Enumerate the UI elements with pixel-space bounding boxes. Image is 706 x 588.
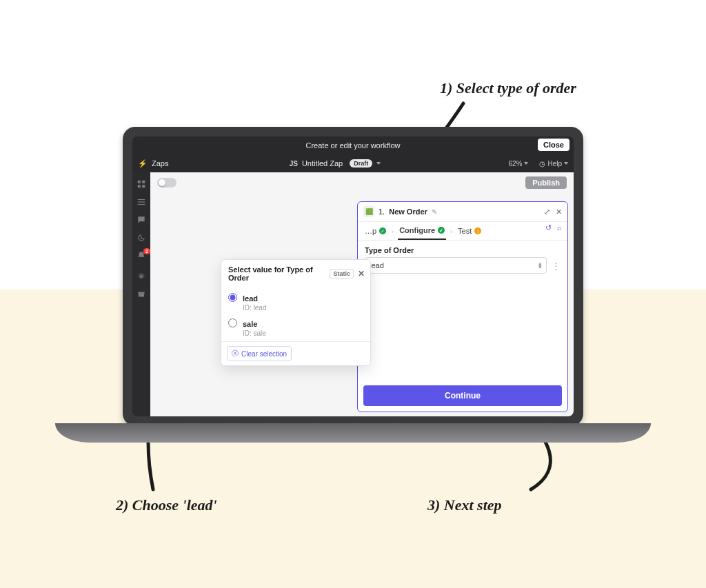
comment-icon[interactable] bbox=[137, 215, 146, 225]
option-lead-label: lead bbox=[243, 294, 258, 303]
annotation-2: 2) Choose 'lead' bbox=[116, 496, 217, 514]
type-of-order-select[interactable]: lead ▴▾ bbox=[365, 257, 547, 274]
svg-rect-5 bbox=[138, 201, 145, 202]
zap-enable-toggle[interactable] bbox=[157, 178, 176, 187]
annotation-3: 3) Next step bbox=[427, 496, 502, 514]
field-more-icon[interactable]: ⋮ bbox=[551, 261, 561, 270]
svg-rect-11 bbox=[139, 294, 144, 297]
option-sale[interactable]: sale ID: sale bbox=[228, 314, 363, 340]
editor-canvas[interactable]: Publish 🟩 1. New Order ✎ ⤢ ✕ bbox=[150, 172, 574, 416]
zoom-value: 62% bbox=[508, 160, 522, 168]
option-sale-label: sale bbox=[243, 320, 257, 328]
continue-button[interactable]: Continue bbox=[363, 385, 562, 406]
tab-setup[interactable]: …p ✓ bbox=[363, 224, 387, 239]
popover-body: lead ID: lead sale ID: sale bbox=[221, 286, 370, 341]
zap-name-chevron-icon[interactable] bbox=[376, 162, 381, 165]
laptop-base bbox=[55, 423, 651, 443]
rename-step-icon[interactable]: ✎ bbox=[432, 208, 437, 216]
undo-icon[interactable]: ↺ bbox=[545, 223, 552, 232]
gear-icon[interactable] bbox=[137, 272, 146, 281]
chevron-right-icon: › bbox=[392, 228, 394, 235]
option-lead-id: ID: lead bbox=[243, 304, 266, 312]
clock-icon: ◷ bbox=[539, 160, 545, 168]
draft-badge: Draft bbox=[350, 159, 372, 168]
bolt-icon: ⚡ bbox=[138, 159, 148, 168]
search-icon[interactable]: ⌕ bbox=[557, 223, 562, 232]
value-picker-popover: Select value for Type of Order Static ✕ … bbox=[221, 259, 371, 366]
static-badge: Static bbox=[330, 269, 354, 278]
popover-title: Select value for Type of Order bbox=[228, 265, 325, 282]
publish-button[interactable]: Publish bbox=[525, 176, 567, 189]
close-button[interactable]: Close bbox=[538, 139, 569, 151]
help-menu[interactable]: ◷ Help bbox=[539, 160, 568, 168]
tab-configure-label: Configure bbox=[399, 226, 435, 234]
alerts-icon[interactable]: 2 bbox=[137, 251, 146, 263]
clear-selection-button[interactable]: ⓧ Clear selection bbox=[227, 346, 292, 361]
expand-icon[interactable]: ⤢ bbox=[544, 207, 550, 216]
tab-configure[interactable]: Configure ✓ bbox=[398, 223, 446, 240]
annotation-1: 1) Select type of order bbox=[440, 79, 576, 97]
check-icon: ✓ bbox=[438, 227, 445, 234]
modal-title: Create or edit your workflow bbox=[306, 141, 401, 150]
modal-title-bar: Create or edit your workflow Close bbox=[132, 136, 574, 154]
menu-icon[interactable] bbox=[137, 197, 146, 207]
panel-tabs: …p ✓ › Configure ✓ › Test ! bbox=[358, 222, 567, 241]
help-label: Help bbox=[547, 160, 562, 168]
option-sale-id: ID: sale bbox=[243, 330, 266, 337]
grid-icon[interactable] bbox=[137, 179, 146, 189]
app-viewport: Create or edit your workflow Close ⚡ Zap… bbox=[132, 136, 574, 416]
brand-label: Zaps bbox=[152, 159, 168, 168]
tab-test-label: Test bbox=[458, 227, 472, 235]
warning-icon: ! bbox=[474, 227, 481, 234]
chevron-down-icon bbox=[524, 162, 528, 165]
svg-rect-10 bbox=[138, 292, 144, 294]
field-label-type-of-order: Type of Order bbox=[365, 246, 561, 254]
svg-rect-2 bbox=[138, 185, 141, 187]
archive-icon[interactable] bbox=[137, 290, 146, 299]
popover-close-icon[interactable]: ✕ bbox=[358, 269, 365, 278]
history-icon[interactable] bbox=[137, 233, 146, 243]
panel-body: Type of Order lead ▴▾ ⋮ bbox=[358, 241, 567, 380]
zoom-control[interactable]: 62% bbox=[508, 160, 528, 168]
left-rail: 2 bbox=[132, 172, 150, 416]
popover-header: Select value for Type of Order Static ✕ bbox=[221, 260, 370, 286]
popover-footer: ⓧ Clear selection bbox=[221, 341, 370, 365]
check-icon: ✓ bbox=[379, 227, 386, 234]
select-value: lead bbox=[370, 261, 384, 270]
tab-setup-label: …p bbox=[365, 227, 376, 235]
svg-rect-7 bbox=[141, 236, 141, 239]
svg-rect-4 bbox=[138, 199, 145, 200]
option-lead[interactable]: lead ID: lead bbox=[228, 289, 363, 314]
svg-rect-3 bbox=[142, 185, 145, 187]
select-arrows-icon: ▴▾ bbox=[538, 262, 542, 270]
clear-icon: ⓧ bbox=[232, 349, 239, 358]
clear-label: Clear selection bbox=[241, 350, 287, 358]
chevron-right-icon: › bbox=[450, 228, 452, 235]
app-icon: 🟩 bbox=[363, 206, 374, 217]
svg-rect-1 bbox=[142, 181, 145, 183]
radio-lead[interactable] bbox=[228, 293, 237, 302]
laptop-screen-frame: Create or edit your workflow Close ⚡ Zap… bbox=[123, 127, 583, 426]
zap-name[interactable]: Untitled Zap bbox=[302, 159, 343, 168]
svg-rect-6 bbox=[138, 204, 145, 205]
laptop-mockup: Create or edit your workflow Close ⚡ Zap… bbox=[113, 127, 593, 456]
editor-body: 2 Publish 🟩 1. New Ord bbox=[132, 172, 574, 416]
workspace-badge: JS bbox=[290, 160, 298, 168]
editor-top-bar: ⚡ Zaps JS Untitled Zap Draft 62% ◷ Help bbox=[132, 154, 574, 172]
svg-rect-0 bbox=[138, 181, 141, 183]
step-title: New Order bbox=[389, 207, 427, 216]
svg-rect-8 bbox=[141, 239, 143, 239]
step-config-panel: 🟩 1. New Order ✎ ⤢ ✕ …p bbox=[357, 201, 568, 412]
radio-sale[interactable] bbox=[228, 318, 237, 327]
panel-header: 🟩 1. New Order ✎ ⤢ ✕ bbox=[358, 202, 567, 222]
alert-count-badge: 2 bbox=[143, 248, 150, 254]
close-panel-icon[interactable]: ✕ bbox=[556, 207, 562, 216]
chevron-down-icon bbox=[564, 162, 568, 165]
canvas-action-bar: Publish bbox=[150, 172, 574, 193]
step-number: 1. bbox=[379, 207, 385, 216]
tab-test[interactable]: Test ! bbox=[456, 224, 483, 239]
